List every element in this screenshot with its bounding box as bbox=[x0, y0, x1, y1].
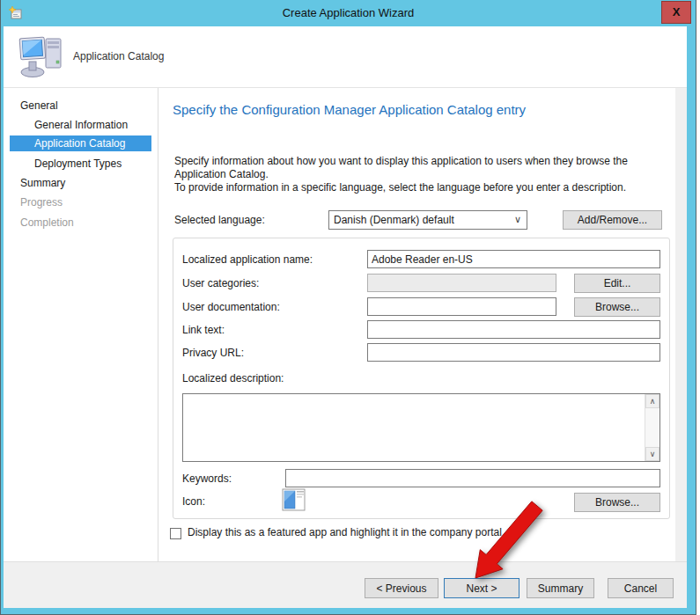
previous-button[interactable]: < Previous bbox=[365, 578, 438, 598]
language-select-value: Danish (Denmark) default bbox=[334, 214, 454, 226]
page-description-line1: Specify information about how you want t… bbox=[174, 155, 673, 181]
keywords-label: Keywords: bbox=[182, 472, 232, 485]
sidebar-item-general[interactable]: General bbox=[20, 98, 58, 113]
window-title: Create Application Wizard bbox=[1, 0, 696, 26]
scroll-down-icon[interactable]: ∨ bbox=[645, 447, 659, 461]
computer-icon bbox=[18, 33, 66, 79]
privacy-url-label: Privacy URL: bbox=[182, 347, 244, 359]
description-scrollbar[interactable]: ∧ ∨ bbox=[645, 394, 659, 461]
link-text-input[interactable] bbox=[367, 320, 660, 339]
featured-app-checkbox-label: Display this as a featured app and highl… bbox=[188, 526, 502, 538]
localized-name-label: Localized application name: bbox=[182, 253, 313, 266]
scroll-up-icon[interactable]: ∧ bbox=[645, 394, 659, 408]
summary-button[interactable]: Summary bbox=[527, 578, 594, 598]
create-application-wizard-window: Create Application Wizard X Application … bbox=[0, 0, 696, 615]
edit-categories-button[interactable]: Edit... bbox=[574, 274, 660, 293]
page-description: Specify information about how you want t… bbox=[174, 155, 673, 194]
user-categories-input bbox=[367, 274, 556, 292]
next-button[interactable]: Next > bbox=[444, 578, 519, 598]
user-documentation-label: User documentation: bbox=[182, 301, 280, 313]
sidebar-item-progress: Progress bbox=[20, 194, 63, 210]
keywords-input[interactable] bbox=[285, 469, 660, 487]
cancel-button[interactable]: Cancel bbox=[608, 578, 674, 598]
sidebar-item-deployment-types[interactable]: Deployment Types bbox=[34, 156, 122, 172]
application-icon-preview bbox=[282, 487, 306, 512]
link-text-label: Link text: bbox=[182, 324, 225, 336]
user-documentation-input[interactable] bbox=[367, 297, 556, 316]
wizard-body: General General Information Application … bbox=[4, 88, 687, 561]
localized-name-input[interactable] bbox=[367, 250, 660, 268]
sidebar-item-completion: Completion bbox=[20, 215, 74, 231]
page-title: Specify the Configuration Manager Applic… bbox=[173, 102, 526, 117]
wizard-footer: < Previous Next > Summary Cancel bbox=[4, 561, 687, 608]
user-categories-label: User categories: bbox=[182, 277, 259, 289]
catalog-entry-groupbox: Localized application name: User categor… bbox=[173, 238, 670, 519]
chevron-down-icon: ∨ bbox=[514, 214, 521, 225]
icon-label: Icon: bbox=[182, 495, 205, 508]
wizard-header: Application Catalog bbox=[4, 26, 687, 88]
page-description-line2: To provide information in a specific lan… bbox=[174, 181, 673, 194]
title-bar[interactable]: Create Application Wizard X bbox=[1, 0, 696, 26]
wizard-nav-sidebar: General General Information Application … bbox=[4, 88, 158, 561]
wizard-step-title: Application Catalog bbox=[73, 50, 164, 62]
featured-app-checkbox[interactable] bbox=[170, 528, 181, 539]
localized-description-textarea[interactable]: ∧ ∨ bbox=[182, 393, 660, 462]
sidebar-item-summary[interactable]: Summary bbox=[20, 175, 65, 191]
selected-language-label: Selected language: bbox=[174, 214, 265, 226]
privacy-url-input[interactable] bbox=[367, 343, 660, 362]
localized-description-label: Localized description: bbox=[182, 372, 284, 384]
browse-icon-button[interactable]: Browse... bbox=[574, 493, 660, 512]
language-select[interactable]: Danish (Denmark) default ∨ bbox=[328, 210, 527, 230]
browse-documentation-button[interactable]: Browse... bbox=[574, 297, 660, 317]
add-remove-button[interactable]: Add/Remove... bbox=[563, 210, 662, 230]
close-button[interactable]: X bbox=[661, 1, 691, 24]
sidebar-item-application-catalog[interactable]: Application Catalog bbox=[10, 135, 151, 151]
sidebar-item-general-information[interactable]: General Information bbox=[34, 117, 128, 133]
